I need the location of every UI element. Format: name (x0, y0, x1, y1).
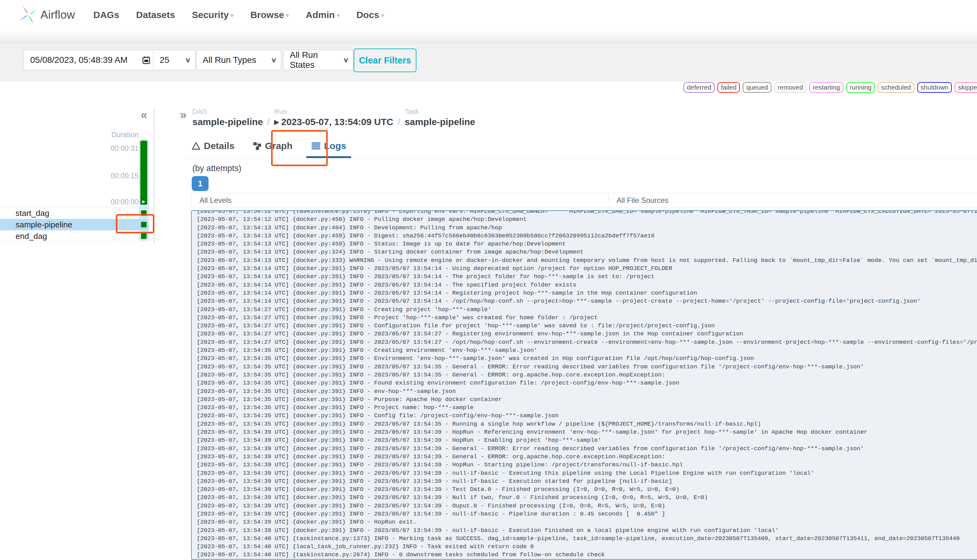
chevron-down-icon: ▾ (337, 12, 340, 19)
run-states-value: All Run States (290, 50, 344, 70)
state-badge[interactable]: deferred (683, 82, 715, 93)
task-name: start_dag (0, 208, 49, 218)
by-attempts-label: (by attempts) (192, 163, 242, 173)
attempt-1-button[interactable]: 1 (192, 176, 209, 191)
breadcrumb-task[interactable]: Task sample-pipeline (405, 108, 475, 127)
tab-logs[interactable]: Logs (306, 136, 351, 158)
airflow-page: Airflow DAGs▾ Datasets▾ Security▾ Browse… (0, 0, 977, 560)
chevron-down-icon: ∨ (271, 56, 277, 64)
breadcrumb-dag-label: DAG (192, 108, 263, 116)
subnav-gradient (0, 30, 977, 43)
log-lines: [2023-05-07, 13:54:12 UTC] {taskinstance… (192, 210, 977, 559)
task-list: start_dag sample-pipeline end_dag (0, 207, 149, 242)
state-badge[interactable]: queued (743, 82, 771, 93)
play-icon: ▶ (142, 199, 145, 204)
breadcrumb: DAG sample-pipeline / Run ▶2023-05-07, 1… (192, 108, 475, 127)
chevron-down-icon: ▾ (286, 12, 289, 19)
breadcrumb-run-value[interactable]: 2023-05-07, 13:54:09 UTC (281, 117, 393, 127)
tab-details[interactable]: Details (187, 136, 239, 158)
base-date-value: 05/08/2023, 05:48:39 AM (30, 55, 128, 65)
run-types-value: All Run Types (203, 55, 256, 65)
detail-tabs: Details Graph Logs (187, 136, 351, 158)
duration-axis-label: Duration (94, 131, 139, 139)
file-source-select[interactable]: All File Sources (608, 193, 977, 208)
nav-menu-item[interactable]: DAGs▾ (94, 10, 119, 20)
run-types-select[interactable]: All Run Types ∨ (196, 50, 281, 70)
log-output-box[interactable]: [2023-05-07, 13:54:12 UTC] {taskinstance… (191, 210, 977, 560)
state-badge[interactable]: running (846, 82, 875, 93)
chevron-down-icon: ∨ (185, 56, 191, 64)
expand-panel-icon[interactable]: » (180, 108, 187, 122)
task-row[interactable]: sample-pipeline (0, 219, 149, 230)
run-states-select[interactable]: All Run States ∨ (283, 50, 354, 70)
task-status-square[interactable] (141, 233, 147, 239)
panel-divider[interactable] (153, 108, 155, 243)
state-badge[interactable]: shutdown (917, 82, 952, 93)
state-badge[interactable]: scheduled (878, 82, 914, 93)
collapse-panel-icon[interactable]: « (141, 108, 147, 122)
page-size-value: 25 (160, 55, 169, 65)
tabs-bottom-border (185, 158, 977, 159)
page-size-select[interactable]: 25 ∨ (153, 50, 195, 70)
state-badge[interactable]: restarting (809, 82, 843, 93)
breadcrumb-run-label: Run (274, 108, 393, 116)
breadcrumb-run[interactable]: Run ▶2023-05-07, 13:54:09 UTC (274, 108, 393, 127)
duration-tick: 00:00:00 (94, 198, 139, 206)
breadcrumb-dag[interactable]: DAG sample-pipeline (192, 108, 263, 127)
airflow-logo-icon (19, 5, 38, 25)
nav-menu-item[interactable]: Docs▾ (356, 10, 384, 20)
logs-icon (311, 142, 321, 150)
run-duration-bar[interactable] (140, 141, 147, 205)
task-name: end_dag (0, 232, 47, 241)
nav-menu-item[interactable]: Admin▾ (306, 10, 339, 20)
nav-menu-item[interactable]: Browse▾ (250, 10, 289, 20)
duration-tick: 00:00:15 (94, 172, 139, 180)
graph-icon (253, 142, 261, 150)
state-badge[interactable]: failed (717, 82, 740, 93)
breadcrumb-separator: / (267, 117, 270, 127)
chevron-down-icon: ∨ (343, 56, 349, 64)
chevron-down-icon: ▾ (381, 12, 384, 19)
state-badge[interactable]: skipped (955, 82, 977, 93)
breadcrumb-task-label: Task (405, 108, 475, 116)
calendar-icon[interactable] (142, 55, 151, 65)
state-legend: deferred failed queued removed restartin… (683, 82, 977, 93)
breadcrumb-separator: / (398, 117, 400, 127)
file-source-value: All File Sources (616, 196, 668, 205)
details-icon (192, 142, 200, 150)
log-level-value: All Levels (199, 196, 232, 205)
chevron-down-icon: ▾ (230, 12, 234, 19)
task-status-square[interactable] (141, 210, 147, 216)
task-name: sample-pipeline (0, 220, 72, 230)
nav-menu: DAGs▾ Datasets▾ Security▾ Browse▾ Admin▾… (94, 0, 384, 30)
task-row[interactable]: start_dag (0, 207, 149, 219)
clear-filters-button[interactable]: Clear Filters (354, 48, 416, 72)
brand-name: Airflow (40, 0, 75, 30)
breadcrumb-dag-value[interactable]: sample-pipeline (192, 117, 263, 127)
log-level-select[interactable]: All Levels ∨ (191, 193, 621, 208)
run-state-marker[interactable]: ▶ (140, 198, 147, 205)
task-status-square[interactable] (141, 222, 147, 227)
task-row[interactable]: end_dag (0, 230, 149, 242)
duration-tick: 00:00:31 (94, 144, 139, 153)
play-icon: ▶ (274, 118, 279, 126)
nav-menu-item[interactable]: Datasets▾ (136, 10, 175, 20)
nav-menu-item[interactable]: Security▾ (192, 10, 234, 20)
state-badge[interactable]: removed (774, 82, 807, 93)
base-date-input[interactable]: 05/08/2023, 05:48:39 AM (23, 50, 156, 70)
top-nav: Airflow DAGs▾ Datasets▾ Security▾ Browse… (0, 0, 977, 30)
tab-graph[interactable]: Graph (248, 136, 297, 158)
breadcrumb-task-value[interactable]: sample-pipeline (405, 117, 475, 127)
